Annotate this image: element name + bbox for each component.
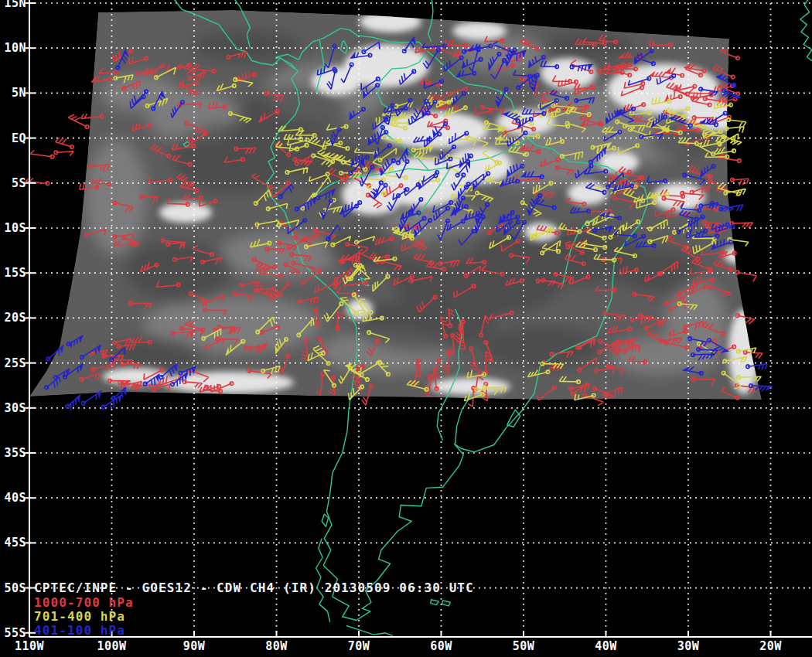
product-title: CPTEC/INPE - GOES12 - CDW CH4 (IR) 20130…	[34, 581, 474, 595]
lat-label-40S: 40S	[0, 492, 26, 504]
lon-label-60W: 60W	[430, 640, 452, 652]
satellite-wind-product: 15N10N5NEQ5S10S15S20S25S30S35S40S45S50S5…	[0, 0, 812, 657]
lat-label-35S: 35S	[0, 447, 26, 459]
plot-canvas	[0, 0, 812, 657]
legend-item-high: 401-100 hPa	[34, 624, 125, 638]
coastline-falkland-west	[431, 600, 439, 605]
lon-label-90W: 90W	[183, 640, 206, 652]
lat-label-5N: 5N	[0, 87, 26, 99]
coastline-uruguay-river	[455, 394, 472, 444]
lat-label-10S: 10S	[0, 222, 26, 234]
lon-label-50W: 50W	[513, 640, 535, 652]
lon-label-80W: 80W	[265, 640, 288, 652]
lat-label-10N: 10N	[0, 42, 26, 54]
coastline-africa-west-coast	[800, 0, 812, 63]
lat-label-25S: 25S	[0, 357, 26, 369]
coastline-tierra-del-fuego	[346, 626, 393, 636]
lon-label-110W: 110W	[15, 640, 44, 652]
coastline-chiloe-island	[322, 514, 329, 526]
lat-label-45S: 45S	[0, 536, 26, 549]
coastline-falkland-east	[442, 601, 451, 606]
lon-label-70W: 70W	[348, 640, 370, 652]
lon-label-40W: 40W	[595, 640, 617, 652]
lat-label-55S: 55S	[0, 627, 26, 639]
lon-label-20W: 20W	[759, 640, 782, 652]
legend-item-low: 1000-700 hPa	[34, 596, 134, 610]
lat-label-EQ: EQ	[0, 132, 26, 145]
lon-label-30W: 30W	[677, 640, 700, 652]
lat-label-50S: 50S	[0, 582, 26, 594]
lon-label-100W: 100W	[97, 640, 126, 652]
legend-item-mid: 701-400 hPa	[34, 610, 125, 624]
lat-label-15S: 15S	[0, 267, 26, 279]
lat-label-15N: 15N	[0, 0, 26, 9]
lat-label-5S: 5S	[0, 177, 26, 189]
lat-label-30S: 30S	[0, 402, 26, 414]
lat-label-20S: 20S	[0, 311, 26, 324]
